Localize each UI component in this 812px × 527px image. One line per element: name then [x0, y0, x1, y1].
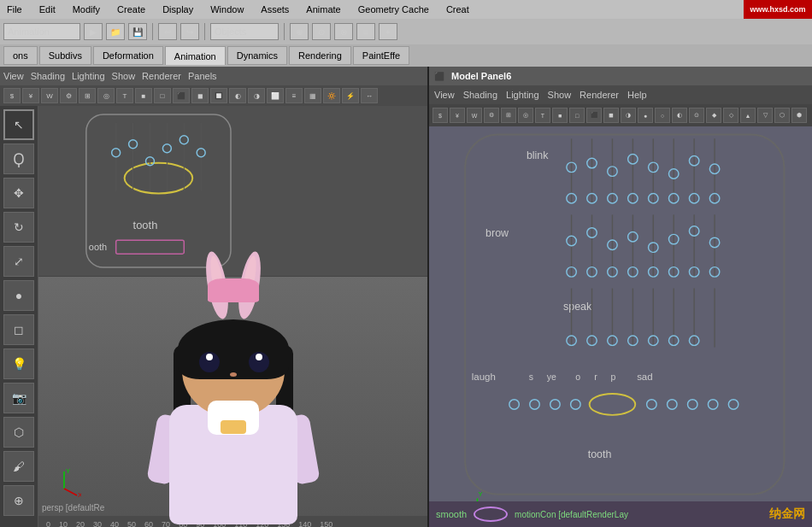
- right-icon-10[interactable]: ⬛: [586, 108, 602, 123]
- viewport-canvas[interactable]: tooth ooth: [38, 106, 427, 527]
- right-icon-22[interactable]: ⬢: [791, 108, 807, 123]
- sidebar-light[interactable]: 💡: [3, 348, 34, 379]
- right-icon-7[interactable]: T: [535, 108, 550, 123]
- right-icon-2[interactable]: ¥: [450, 108, 465, 123]
- vp-icon-13[interactable]: ◐: [229, 88, 246, 103]
- vp-icon-14[interactable]: ◑: [248, 88, 265, 103]
- vp-icon-8[interactable]: ■: [135, 88, 152, 103]
- sidebar-rotate[interactable]: ↻: [3, 212, 34, 243]
- svg-text:s: s: [529, 372, 533, 382]
- right-icon-1[interactable]: $: [432, 108, 448, 123]
- right-menu-view[interactable]: View: [434, 90, 455, 100]
- menu-display[interactable]: Display: [159, 3, 197, 16]
- tab-animation[interactable]: Animation: [165, 46, 226, 65]
- vp-icon-5[interactable]: ⊞: [79, 88, 96, 103]
- right-menu-show[interactable]: Show: [548, 90, 572, 100]
- toolbar-btn-2[interactable]: 📁: [106, 23, 125, 40]
- right-icon-21[interactable]: ⬡: [774, 108, 790, 123]
- tab-rendering[interactable]: Rendering: [289, 46, 351, 65]
- toolbar-btn-6[interactable]: ⊕: [290, 23, 309, 40]
- sidebar-node[interactable]: ⬡: [3, 417, 34, 448]
- menu-create[interactable]: Create: [114, 3, 149, 16]
- vp-icon-11[interactable]: ◼: [191, 88, 209, 103]
- sidebar-camera[interactable]: 📷: [3, 383, 34, 413]
- tab-ons[interactable]: ons: [3, 46, 38, 65]
- objects-dropdown[interactable]: Objects: [210, 23, 279, 40]
- menu-creat[interactable]: Creat: [443, 3, 473, 16]
- vp-icon-9[interactable]: □: [154, 88, 171, 103]
- menu-assets[interactable]: Assets: [257, 3, 292, 16]
- right-icon-8[interactable]: ■: [552, 108, 568, 123]
- right-icon-11[interactable]: ◼: [603, 108, 619, 123]
- toolbar-btn-8[interactable]: ⊗: [334, 23, 353, 40]
- bottom-render-label: motionCon [defaultRenderLay: [515, 510, 628, 519]
- sidebar-lasso[interactable]: [3, 143, 34, 174]
- sidebar-move[interactable]: ✥: [3, 178, 34, 208]
- sidebar-sphere[interactable]: ●: [3, 280, 34, 311]
- sidebar-scale[interactable]: ⤢: [3, 246, 34, 277]
- vp-icon-3[interactable]: W: [41, 88, 58, 103]
- toolbar-btn-5[interactable]: ↪: [180, 23, 199, 40]
- right-icon-15[interactable]: ◐: [672, 108, 687, 123]
- toolbar-btn-7[interactable]: ⊙: [312, 23, 331, 40]
- vp-menu-renderer[interactable]: Renderer: [142, 71, 181, 81]
- vp-icon-15[interactable]: ⬜: [267, 88, 284, 103]
- right-icon-20[interactable]: ▽: [757, 108, 773, 123]
- vp-icon-7[interactable]: T: [116, 88, 133, 103]
- right-icon-9[interactable]: □: [569, 108, 585, 123]
- vp-icon-1[interactable]: $: [3, 88, 21, 103]
- sidebar-select[interactable]: ↖: [3, 109, 34, 140]
- char-viewport: persp [defaultRe Y X: [38, 277, 427, 516]
- right-menu-lighting[interactable]: Lighting: [506, 90, 539, 100]
- tab-dynamics[interactable]: Dynamics: [227, 46, 287, 65]
- vp-menu-panels[interactable]: Panels: [188, 71, 217, 81]
- vp-icon-10[interactable]: ⬛: [173, 88, 190, 103]
- tab-subdivs[interactable]: Subdivs: [39, 46, 91, 65]
- right-icon-13[interactable]: ●: [638, 108, 653, 123]
- sidebar-cube[interactable]: ◻: [3, 314, 34, 345]
- sidebar-connect[interactable]: ⊕: [3, 485, 34, 516]
- right-icon-17[interactable]: ◆: [706, 108, 721, 123]
- tab-painteffects[interactable]: PaintEffe: [353, 46, 409, 65]
- right-icon-6[interactable]: ◎: [518, 108, 533, 123]
- toolbar-btn-4[interactable]: ↩: [158, 23, 177, 40]
- vp-menu-show[interactable]: Show: [112, 71, 136, 81]
- vp-menu-lighting[interactable]: Lighting: [72, 71, 105, 81]
- right-icon-18[interactable]: ◇: [723, 108, 738, 123]
- vp-icon-16[interactable]: ≡: [285, 88, 303, 103]
- toolbar-btn-10[interactable]: +: [379, 23, 397, 40]
- menu-file[interactable]: File: [3, 3, 26, 16]
- tab-deformation[interactable]: Deformation: [93, 46, 163, 65]
- vp-menu-shading[interactable]: Shading: [31, 71, 65, 81]
- right-menu-shading[interactable]: Shading: [463, 90, 497, 100]
- toolbar-btn-9[interactable]: ≡: [356, 23, 375, 40]
- vp-icon-4[interactable]: ⚙: [60, 88, 77, 103]
- right-icon-5[interactable]: ⊞: [501, 108, 516, 123]
- vp-icon-20[interactable]: ↔: [361, 88, 378, 103]
- vp-icon-18[interactable]: 🔆: [323, 88, 340, 103]
- vp-icon-19[interactable]: ⚡: [342, 88, 359, 103]
- vp-icon-6[interactable]: ◎: [97, 88, 115, 103]
- menu-window[interactable]: Window: [207, 3, 247, 16]
- right-menu-renderer[interactable]: Renderer: [580, 90, 619, 100]
- right-icon-12[interactable]: ◑: [621, 108, 636, 123]
- toolbar-btn-1[interactable]: ▶: [84, 23, 103, 40]
- right-icon-3[interactable]: W: [467, 108, 482, 123]
- vp-menu-view[interactable]: View: [3, 71, 24, 81]
- vp-icon-17[interactable]: ▦: [304, 88, 321, 103]
- right-menu-help[interactable]: Help: [627, 90, 647, 100]
- menu-geometry-cache[interactable]: Geometry Cache: [355, 3, 432, 16]
- svg-text:speak: speak: [563, 301, 592, 313]
- animation-dropdown[interactable]: Animation: [3, 23, 80, 40]
- right-icon-19[interactable]: ▲: [740, 108, 756, 123]
- right-icon-4[interactable]: ⚙: [484, 108, 499, 123]
- vp-icon-2[interactable]: ¥: [22, 88, 39, 103]
- sidebar-paint[interactable]: 🖌: [3, 451, 34, 482]
- menu-animate[interactable]: Animate: [303, 3, 344, 16]
- right-icon-16[interactable]: ⊙: [689, 108, 704, 123]
- vp-icon-12[interactable]: 🔲: [210, 88, 227, 103]
- toolbar-btn-3[interactable]: 💾: [128, 23, 147, 40]
- menu-modify[interactable]: Modify: [69, 3, 103, 16]
- menu-edit[interactable]: Edit: [36, 3, 59, 16]
- right-icon-14[interactable]: ○: [655, 108, 670, 123]
